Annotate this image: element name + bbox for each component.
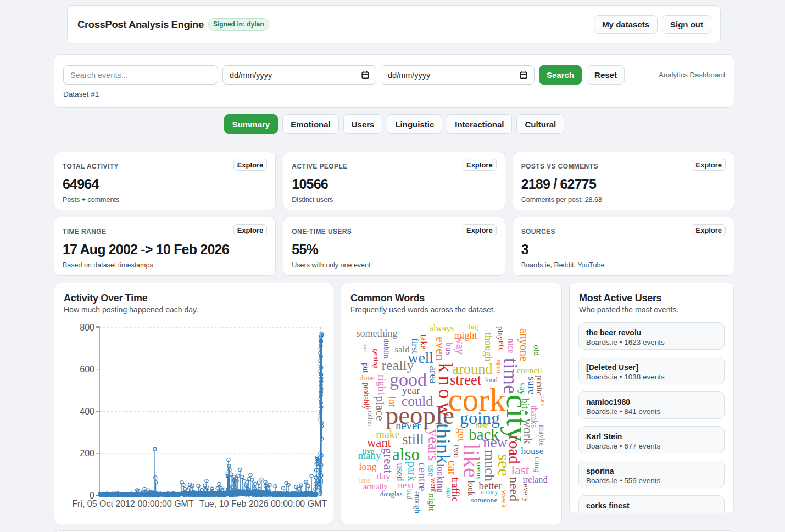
- svg-text:seems: seems: [475, 462, 483, 479]
- svg-text:Tue, 10 Feb 2026 00:00:00 GMT: Tue, 10 Feb 2026 00:00:00 GMT: [199, 499, 327, 508]
- svg-text:long: long: [359, 461, 376, 472]
- svg-text:thing: thing: [533, 457, 542, 472]
- svg-text:many: many: [358, 450, 381, 461]
- svg-text:ireland: ireland: [522, 474, 548, 485]
- svg-text:400: 400: [80, 407, 94, 416]
- svg-text:another: another: [366, 406, 374, 427]
- svg-text:right: right: [376, 374, 388, 395]
- svg-text:place: place: [374, 396, 387, 421]
- svg-text:cars: cars: [539, 395, 547, 406]
- svg-text:dublin: dublin: [382, 339, 391, 359]
- svg-text:Fri, 05 Oct 2012 00:00:00 GMT: Fri, 05 Oct 2012 00:00:00 GMT: [72, 499, 194, 508]
- svg-text:something: something: [357, 328, 398, 339]
- svg-text:maybe: maybe: [538, 425, 547, 446]
- svg-text:car: car: [446, 460, 459, 475]
- svg-text:douglas: douglas: [380, 490, 402, 498]
- svg-text:house: house: [521, 445, 544, 456]
- svg-text:play: play: [496, 326, 505, 340]
- svg-text:bus: bus: [444, 342, 454, 355]
- svg-text:bad: bad: [405, 489, 413, 500]
- svg-text:someone: someone: [471, 496, 497, 504]
- svg-text:put: put: [361, 363, 370, 373]
- svg-text:200: 200: [80, 449, 94, 458]
- svg-text:got: got: [456, 428, 467, 443]
- svg-text:always: always: [430, 323, 454, 333]
- svg-text:used: used: [394, 463, 405, 481]
- svg-text:look: look: [466, 480, 476, 496]
- svg-text:done: done: [359, 374, 374, 382]
- svg-text:getting: getting: [372, 349, 380, 369]
- svg-text:road: road: [506, 435, 524, 464]
- svg-text:every: every: [522, 484, 531, 502]
- svg-text:nice: nice: [506, 339, 516, 354]
- svg-text:way: way: [454, 336, 466, 354]
- svg-text:also: also: [392, 445, 420, 464]
- svg-text:lot: lot: [387, 396, 398, 407]
- svg-text:public: public: [535, 375, 544, 395]
- svg-text:take: take: [419, 335, 428, 350]
- svg-text:work: work: [521, 418, 535, 444]
- svg-text:say: say: [517, 383, 528, 395]
- svg-text:though: though: [483, 332, 494, 361]
- svg-text:great: great: [381, 447, 396, 473]
- svg-text:ago: ago: [446, 488, 454, 498]
- svg-text:800: 800: [80, 323, 94, 332]
- svg-text:night: night: [427, 494, 437, 512]
- svg-text:etc: etc: [497, 340, 507, 351]
- svg-text:looking: looking: [435, 464, 446, 493]
- svg-text:old: old: [532, 345, 542, 356]
- svg-text:big: big: [469, 323, 478, 331]
- svg-text:600: 600: [80, 365, 94, 374]
- svg-text:times: times: [363, 340, 369, 352]
- svg-text:money: money: [481, 489, 498, 496]
- svg-text:enough: enough: [413, 491, 421, 513]
- svg-text:know: know: [435, 363, 456, 420]
- svg-text:anyone: anyone: [517, 328, 531, 362]
- svg-text:think: think: [432, 423, 454, 464]
- svg-text:week: week: [500, 490, 509, 508]
